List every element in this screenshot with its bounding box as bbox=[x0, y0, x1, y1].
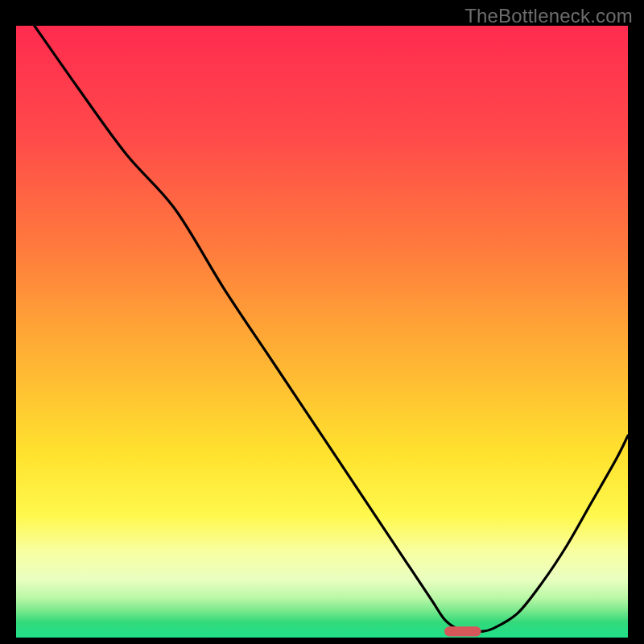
chart-svg bbox=[16, 26, 628, 638]
optimum-marker bbox=[444, 626, 481, 636]
gradient-background bbox=[16, 26, 628, 638]
plot-area bbox=[16, 26, 628, 638]
watermark-text: TheBottleneck.com bbox=[464, 5, 633, 27]
chart-frame: TheBottleneck.com bbox=[0, 0, 644, 644]
